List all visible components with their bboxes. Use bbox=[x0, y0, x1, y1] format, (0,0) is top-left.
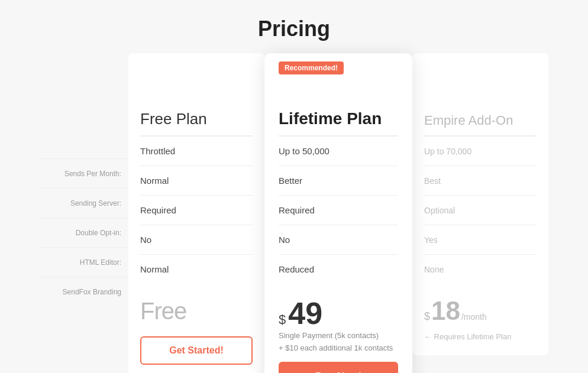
addon-plan-header: Empire Add-On bbox=[424, 53, 537, 136]
addon-price-dollar: $ bbox=[424, 310, 430, 323]
addon-plan-column: Empire Add-On Up to 70,000 Best Optional… bbox=[412, 53, 548, 355]
free-sends-cell: Throttled bbox=[140, 136, 253, 166]
lifetime-price-amount: 49 bbox=[288, 298, 322, 329]
free-plan-name: Free Plan bbox=[140, 110, 207, 128]
lifetime-price-dollar: $ bbox=[279, 312, 286, 327]
lifetime-sends-cell: Up to 50,000 bbox=[279, 136, 398, 166]
lifetime-plan-column: Recommended! Lifetime Plan Up to 50,000 … bbox=[264, 53, 412, 373]
lifetime-pricing-section: $ 49 Single Payment (5k contacts) + $10 … bbox=[279, 298, 398, 373]
addon-sends-cell: Up to 70,000 bbox=[424, 136, 537, 166]
free-pricing-section: Free Get Started! bbox=[140, 298, 253, 365]
label-column: Sends Per Month: Sending Server: Double … bbox=[40, 53, 128, 306]
addon-price-main: $ 18 /month bbox=[424, 298, 537, 324]
lifetime-plan-name: Lifetime Plan bbox=[279, 109, 382, 128]
lifetime-price-sub: + $10 each additional 1k contacts bbox=[279, 343, 398, 352]
addon-optin-cell: Optional bbox=[424, 195, 537, 225]
addon-plan-name: Empire Add-On bbox=[424, 113, 513, 128]
buy-now-button[interactable]: Buy Now! bbox=[279, 362, 398, 373]
lifetime-editor-cell: No bbox=[279, 225, 398, 254]
free-server-cell: Normal bbox=[140, 166, 253, 195]
addon-pricing-section: $ 18 /month ← Requires Lifetime Plan bbox=[424, 298, 537, 341]
page-title: Pricing bbox=[258, 0, 330, 53]
free-plan-header: Free Plan bbox=[140, 53, 253, 136]
label-optin: Double Opt-in: bbox=[40, 218, 128, 247]
label-server: Sending Server: bbox=[40, 188, 128, 218]
lifetime-price-label: Single Payment (5k contacts) bbox=[279, 331, 379, 340]
addon-editor-cell: Yes bbox=[424, 225, 537, 254]
label-branding: SendFox Branding bbox=[40, 277, 128, 306]
free-plan-column: Free Plan Throttled Normal Required No N… bbox=[128, 53, 264, 373]
free-optin-cell: Required bbox=[140, 195, 253, 225]
addon-price-amount: 18 bbox=[431, 298, 460, 324]
lifetime-price-main: $ 49 Single Payment (5k contacts) bbox=[279, 298, 398, 340]
lifetime-branding-cell: Reduced bbox=[279, 254, 398, 284]
addon-server-cell: Best bbox=[424, 166, 537, 195]
pricing-container: Sends Per Month: Sending Server: Double … bbox=[0, 53, 588, 373]
label-sends: Sends Per Month: bbox=[40, 158, 128, 188]
addon-price-period: /month bbox=[461, 312, 487, 322]
lifetime-server-cell: Better bbox=[279, 166, 398, 195]
get-started-button[interactable]: Get Started! bbox=[140, 336, 253, 365]
lifetime-optin-cell: Required bbox=[279, 195, 398, 225]
addon-branding-cell: None bbox=[424, 254, 537, 284]
label-editor: HTML Editor: bbox=[40, 247, 128, 277]
addon-requires-note: ← Requires Lifetime Plan bbox=[424, 332, 537, 341]
recommended-badge: Recommended! bbox=[279, 61, 344, 74]
free-editor-cell: No bbox=[140, 225, 253, 254]
free-price: Free bbox=[140, 298, 253, 325]
free-branding-cell: Normal bbox=[140, 254, 253, 284]
